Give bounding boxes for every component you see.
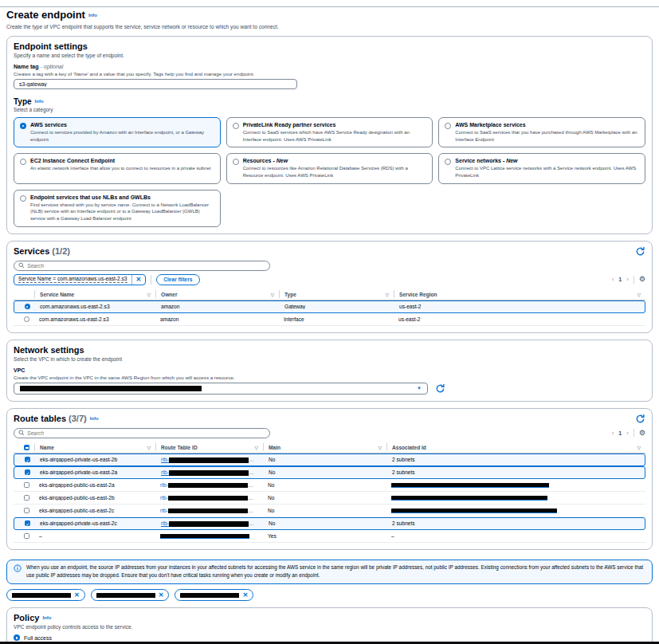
chevron-right-icon[interactable]: › — [626, 430, 629, 437]
policy-option-full-access[interactable]: Full access — [14, 634, 645, 641]
col-owner[interactable]: Owner▽ — [155, 290, 279, 298]
filter-caret-icon[interactable]: ▽ — [147, 445, 151, 450]
rt-name-cell: eks-airgapped-private-us-east-2b — [35, 457, 156, 462]
route-tables-search[interactable] — [14, 428, 270, 438]
filter-caret-icon[interactable]: ▽ — [270, 292, 274, 297]
type-option-description: Find services shared with you by service… — [30, 202, 214, 222]
gear-icon[interactable]: ⚙ — [639, 430, 645, 437]
endpoint-settings-card: Endpoint settings Specify a name and sel… — [6, 36, 653, 234]
radio-selected-icon[interactable] — [25, 304, 30, 309]
chevron-left-icon[interactable]: ‹ — [612, 430, 614, 437]
route-table-id-link[interactable]: rtb- — [160, 495, 248, 501]
filter-caret-icon[interactable]: ▽ — [147, 292, 151, 297]
type-info-link[interactable]: Info — [35, 99, 44, 104]
redacted-route-table-id — [169, 521, 249, 527]
filter-caret-icon[interactable]: ▽ — [378, 445, 382, 450]
radio-icon[interactable] — [445, 123, 451, 129]
remove-filter-icon[interactable]: ✕ — [136, 276, 142, 283]
route-table-row[interactable]: eks-airgapped-public-us-east-2b rtb-… No — [14, 492, 645, 505]
name-tag-input[interactable] — [14, 79, 297, 89]
search-icon — [18, 262, 25, 269]
select-all-checkbox[interactable] — [24, 445, 29, 450]
service-row[interactable]: com.amazonaws.us-east-2.s3 amazon Gatewa… — [14, 300, 645, 313]
services-search[interactable] — [14, 261, 270, 271]
name-tag-help: Creates a tag with a key of 'Name' and a… — [14, 71, 645, 77]
clear-filters-button[interactable]: Clear filters — [156, 274, 199, 285]
route-table-id-link[interactable]: rtb- — [161, 469, 249, 475]
checkbox-checked-icon[interactable] — [25, 469, 30, 475]
type-option-privatelink-partner[interactable]: PrivateLink Ready partner services Conne… — [226, 117, 433, 147]
col-associated-id[interactable]: Associated Id▽ — [386, 443, 645, 451]
type-option-ec2-instance-connect[interactable]: EC2 Instance Connect Endpoint An elastic… — [14, 153, 221, 183]
radio-icon[interactable] — [233, 159, 239, 165]
col-route-table-id[interactable]: Route Table ID▽ — [155, 443, 263, 451]
associated-subnets-link[interactable]: 2 subnets — [392, 457, 415, 462]
chevron-left-icon[interactable]: ‹ — [612, 276, 614, 283]
checkbox-icon[interactable] — [24, 508, 29, 513]
refresh-icon[interactable] — [634, 414, 645, 425]
service-row[interactable]: com.amazonaws.us-east-2.s3 amazon Interf… — [14, 313, 645, 326]
services-search-input[interactable] — [27, 263, 265, 269]
subnet-chip: ✕ — [91, 589, 170, 601]
radio-icon[interactable] — [20, 195, 26, 202]
page-number[interactable]: 1 — [618, 430, 622, 436]
type-option-description: Connect to VPC Lattice service networks … — [455, 165, 638, 179]
route-table-row[interactable]: eks-airgapped-private-us-east-2b rtb-… N… — [14, 454, 645, 466]
checkbox-icon[interactable] — [24, 495, 29, 501]
route-tables-info-link[interactable]: Info — [90, 416, 99, 421]
route-table-id-link[interactable]: rtb- — [160, 508, 248, 513]
subnet-chip: ✕ — [175, 589, 253, 601]
type-option-resources[interactable]: Resources - New Connect to resources lik… — [226, 153, 433, 183]
redacted-subnet-label — [96, 593, 155, 599]
type-option-service-networks[interactable]: Service networks - New Connect to VPC La… — [438, 153, 645, 183]
chevron-right-icon[interactable]: › — [626, 276, 629, 283]
refresh-icon[interactable] — [634, 246, 645, 257]
rt-name-cell: eks-airgapped-public-us-east-2a — [34, 482, 155, 488]
route-table-row[interactable]: eks-airgapped-private-us-east-2a rtb-… N… — [14, 466, 645, 479]
remove-subnet-icon[interactable]: ✕ — [74, 591, 80, 599]
radio-selected-icon[interactable] — [14, 634, 20, 641]
route-table-row[interactable]: eks-airgapped-private-us-east-2c rtb-… N… — [14, 517, 645, 530]
filter-caret-icon[interactable]: ▽ — [637, 292, 641, 297]
filter-caret-icon[interactable]: ▽ — [637, 445, 641, 450]
route-tables-search-input[interactable] — [27, 430, 265, 436]
remove-subnet-icon[interactable]: ✕ — [242, 591, 248, 599]
checkbox-checked-icon[interactable] — [25, 457, 30, 462]
new-badge: - New — [503, 158, 518, 163]
radio-selected-icon[interactable] — [20, 123, 26, 129]
checkbox-icon[interactable] — [24, 533, 29, 539]
checkbox-icon[interactable] — [24, 482, 29, 488]
filter-token-text[interactable]: Service Name = com.amazonaws.us-east-2.s… — [18, 276, 127, 283]
page-number[interactable]: 1 — [618, 277, 622, 282]
filter-caret-icon[interactable]: ▽ — [254, 445, 258, 450]
col-main[interactable]: Main▽ — [263, 443, 386, 451]
associated-subnets-link[interactable]: 2 subnets — [392, 520, 415, 526]
route-table-row[interactable]: eks-airgapped-public-us-east-2c rtb-… No — [14, 505, 645, 517]
page-info-link[interactable]: Info — [88, 13, 97, 18]
route-table-id-link[interactable]: rtb- — [161, 457, 249, 462]
checkbox-checked-icon[interactable] — [25, 520, 30, 526]
associated-subnets-link[interactable]: 2 subnets — [392, 469, 415, 475]
route-table-id-link[interactable]: rtb- — [161, 520, 249, 526]
route-table-row[interactable]: – Yes – — [14, 530, 645, 543]
col-service-name[interactable]: Service Name▽ — [34, 290, 155, 298]
col-name[interactable]: Name▽ — [34, 443, 155, 451]
route-table-row[interactable]: eks-airgapped-public-us-east-2a rtb-… No — [14, 479, 645, 492]
remove-subnet-icon[interactable]: ✕ — [159, 591, 164, 599]
type-option-aws-services[interactable]: AWS services Connect to services provide… — [14, 117, 221, 147]
radio-icon[interactable] — [445, 159, 451, 165]
type-option-marketplace[interactable]: AWS Marketplace services Connect to SaaS… — [438, 117, 645, 147]
route-table-id-link[interactable]: rtb- — [160, 482, 248, 488]
filter-caret-icon[interactable]: ▽ — [385, 292, 389, 297]
radio-icon[interactable] — [24, 316, 29, 322]
radio-icon[interactable] — [233, 123, 239, 129]
col-service-region[interactable]: Service Region▽ — [394, 290, 645, 298]
refresh-icon[interactable] — [434, 383, 445, 394]
rt-main-cell: Yes — [263, 533, 386, 539]
policy-info-link[interactable]: Info — [42, 615, 51, 620]
gear-icon[interactable]: ⚙ — [639, 276, 645, 283]
col-type[interactable]: Type▽ — [279, 290, 394, 298]
type-option-nlb-gwlb[interactable]: Endpoint services that use NLBs and GWLB… — [14, 190, 221, 227]
radio-icon[interactable] — [20, 159, 26, 165]
vpc-select[interactable]: ▼ — [14, 383, 428, 395]
